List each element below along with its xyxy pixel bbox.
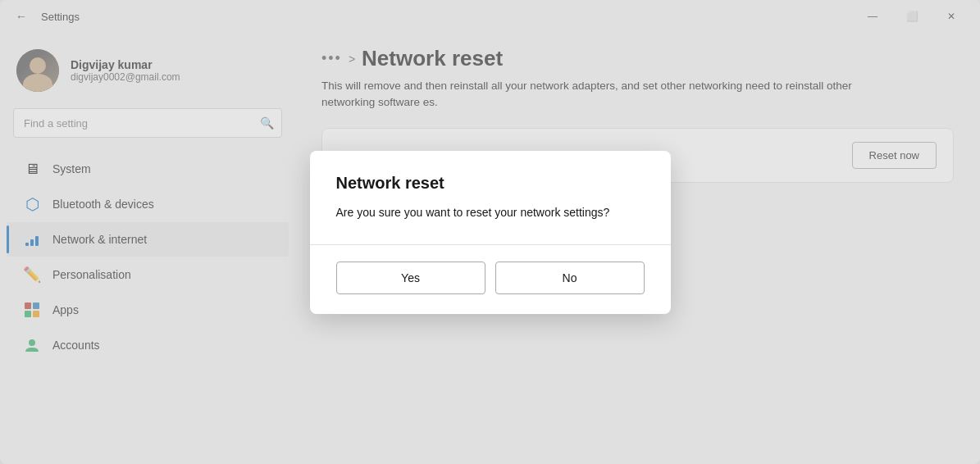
dialog-body: Are you sure you want to reset your netw… — [336, 204, 645, 221]
dialog-title: Network reset — [336, 174, 645, 193]
dialog-buttons: Yes No — [336, 262, 645, 294]
dialog-no-button[interactable]: No — [495, 262, 645, 294]
network-reset-dialog: Network reset Are you sure you want to r… — [310, 151, 671, 314]
dialog-yes-button[interactable]: Yes — [336, 262, 485, 294]
dialog-divider — [310, 244, 671, 245]
modal-overlay: Network reset Are you sure you want to r… — [0, 0, 980, 464]
settings-window: ← Settings — ⬜ ✕ Digvijay kumar digvijay… — [0, 0, 980, 464]
